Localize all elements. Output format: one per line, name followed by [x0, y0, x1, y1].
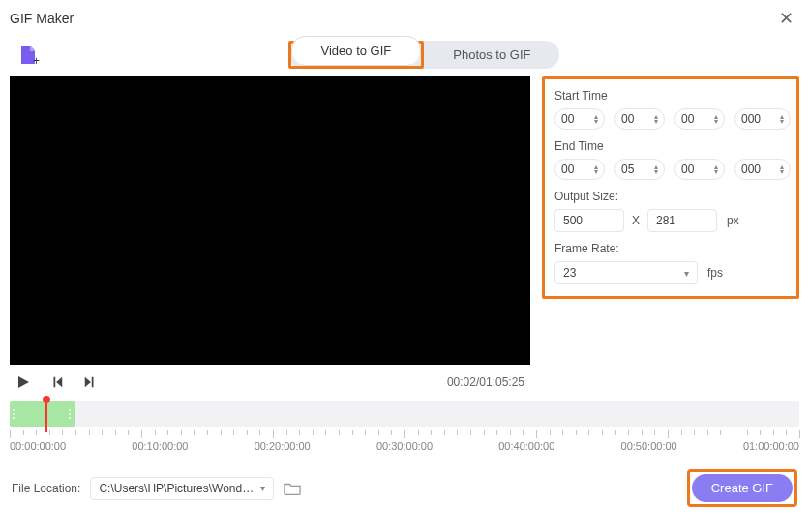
dimension-separator: X [632, 214, 640, 227]
ruler-mark: 00:40:00:00 [498, 440, 554, 452]
close-icon[interactable]: ✕ [773, 6, 799, 31]
player-controls: 00:02/01:05:25 [10, 365, 530, 399]
timeline-ruler: 00:00:00:0000:10:00:0000:20:00:0000:30:0… [10, 430, 799, 456]
start-seconds[interactable]: 00▴▾ [674, 108, 725, 130]
timeline-track[interactable] [10, 401, 799, 427]
start-minutes[interactable]: 00▴▾ [614, 108, 665, 130]
segment-handle-left[interactable] [13, 401, 16, 427]
ruler-mark: 00:10:00:00 [132, 440, 188, 452]
stepper-icon[interactable]: ▴▾ [714, 114, 718, 124]
output-width-input[interactable]: 500 [554, 209, 624, 232]
svg-text:+: + [33, 54, 40, 67]
mode-tabs: Video to GIF Photos to GIF [288, 41, 560, 69]
frame-rate-row: 23 ▾ fps [554, 261, 787, 284]
ruler-mark: 00:20:00:00 [255, 440, 311, 452]
end-time-label: End Time [554, 139, 787, 153]
tab-video-highlight: Video to GIF [288, 41, 425, 69]
tab-photos-to-gif[interactable]: Photos to GIF [424, 41, 559, 69]
stepper-icon[interactable]: ▴▾ [780, 114, 784, 124]
total-time: 01:05:25 [479, 375, 524, 389]
start-time-row: 00▴▾ 00▴▾ 00▴▾ 000▴▾ [554, 108, 787, 130]
window-title: GIF Maker [10, 11, 74, 26]
chevron-down-icon: ▾ [684, 268, 689, 279]
create-gif-highlight: Create GIF [687, 469, 797, 507]
end-hours[interactable]: 00▴▾ [554, 159, 605, 180]
stepper-icon[interactable]: ▴▾ [780, 164, 784, 174]
output-size-label: Output Size: [554, 190, 787, 203]
stepper-icon[interactable]: ▴▾ [594, 114, 598, 124]
file-location-select[interactable]: C:\Users\HP\Pictures\Wondersh ▾ [90, 477, 274, 500]
file-location-label: File Location: [12, 482, 80, 495]
play-icon[interactable] [15, 374, 31, 390]
output-height-input[interactable]: 281 [647, 209, 717, 232]
size-unit: px [727, 214, 739, 227]
frame-rate-select[interactable]: 23 ▾ [554, 261, 698, 284]
next-frame-icon[interactable] [83, 375, 97, 389]
timecode: 00:02/01:05:25 [447, 375, 524, 389]
start-hours[interactable]: 00▴▾ [554, 108, 605, 130]
create-gif-button[interactable]: Create GIF [692, 474, 793, 502]
stepper-icon[interactable]: ▴▾ [594, 164, 598, 174]
start-time-label: Start Time [554, 89, 787, 103]
ruler-mark: 01:00:00:00 [743, 440, 799, 452]
elapsed-time: 00:02 [447, 375, 476, 389]
stepper-icon[interactable]: ▴▾ [714, 164, 718, 174]
ruler-mark: 00:30:00:00 [376, 440, 433, 452]
segment-handle-right[interactable] [69, 401, 73, 427]
tab-video-to-gif[interactable]: Video to GIF [291, 36, 422, 66]
browse-folder-icon[interactable] [284, 481, 301, 496]
stepper-icon[interactable]: ▴▾ [654, 164, 658, 174]
prev-frame-icon[interactable] [50, 375, 64, 389]
end-seconds[interactable]: 00▴▾ [674, 159, 725, 180]
selection-segment[interactable] [10, 401, 75, 427]
settings-panel: Start Time 00▴▾ 00▴▾ 00▴▾ 000▴▾ End Time… [542, 76, 799, 299]
app-logo-icon: + [17, 44, 41, 67]
start-ms[interactable]: 000▴▾ [734, 108, 791, 130]
chevron-down-icon: ▾ [260, 483, 265, 493]
ruler-mark: 00:50:00:00 [621, 440, 677, 452]
ruler-mark: 00:00:00:00 [10, 440, 66, 452]
end-minutes[interactable]: 05▴▾ [614, 159, 665, 180]
end-ms[interactable]: 000▴▾ [734, 159, 791, 180]
end-time-row: 00▴▾ 05▴▾ 00▴▾ 000▴▾ [554, 159, 787, 180]
frame-rate-label: Frame Rate: [554, 242, 787, 255]
stepper-icon[interactable]: ▴▾ [654, 114, 658, 124]
output-size-row: 500 X 281 px [554, 209, 787, 232]
fps-unit: fps [707, 266, 723, 280]
video-preview[interactable] [10, 76, 530, 365]
